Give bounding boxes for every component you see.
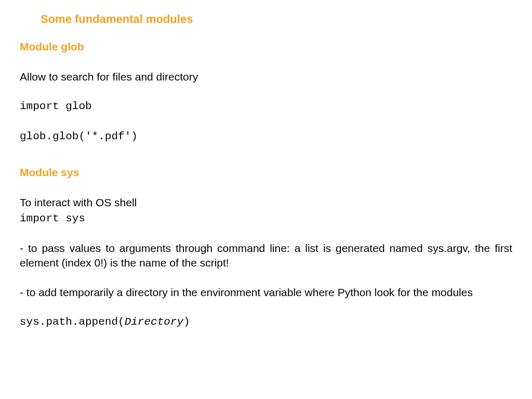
- sys-code-append-prefix: sys.path.append(: [20, 316, 125, 328]
- sys-bullet-path: - to add temporarily a directory in the …: [20, 285, 512, 299]
- sys-description: To interact with OS shell: [20, 195, 512, 209]
- sys-code-append-suffix: ): [183, 316, 190, 328]
- sys-code-import: import sys: [20, 211, 512, 225]
- glob-code-call: glob.glob('*.pdf'): [20, 129, 512, 143]
- section-heading-sys: Module sys: [20, 166, 512, 179]
- glob-description: Allow to search for files and directory: [20, 70, 512, 84]
- sys-bullet-argv: - to pass values to arguments through co…: [20, 241, 512, 270]
- glob-code-import: import glob: [20, 99, 512, 113]
- sys-code-append: sys.path.append(Directory): [20, 315, 512, 329]
- section-heading-glob: Module glob: [20, 41, 512, 53]
- sys-code-append-arg: Directory: [125, 316, 183, 328]
- slide-title: Some fundamental modules: [41, 12, 512, 26]
